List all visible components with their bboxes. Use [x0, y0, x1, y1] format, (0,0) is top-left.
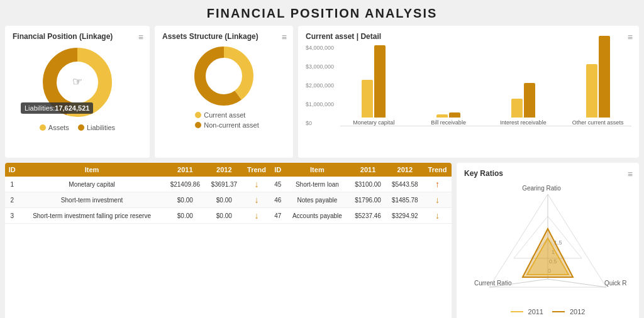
non-current-label: Non-current asset	[204, 121, 258, 129]
trend-down-icon: ↓	[435, 195, 440, 205]
page-title: FINANCIAL POSITION ANALYSIS	[0, 0, 644, 26]
col-2011-1: 2011	[165, 163, 206, 177]
assets-label: Assets	[48, 124, 69, 131]
top-row: Financial Position (Linkage) ≡ ☞ Liabili…	[0, 26, 644, 158]
bar-bill-2011	[436, 114, 448, 118]
legend-2012-line	[552, 311, 565, 312]
financial-table: ID Item 2011 2012 Trend ID Item 2011 201…	[5, 163, 452, 224]
donut-tooltip: Liabilities:17,624,521	[21, 102, 93, 114]
bar-group-interest: Interest receivable	[490, 83, 557, 126]
assets-donut-chart	[192, 45, 255, 107]
legend-current-asset: Current asset	[195, 111, 245, 119]
radar-chart: Gearing Ratio 1.5 1 0.5 0 Quick Ratio Cu…	[469, 182, 626, 304]
col-2012-2: 2012	[386, 163, 423, 177]
financial-position-title: Financial Position (Linkage)	[13, 32, 142, 41]
bar-monetary-2011	[362, 80, 373, 118]
col-id2: ID	[270, 163, 285, 177]
bar-bill-2012	[449, 112, 460, 118]
table-row: 2 Short-term investment $0.00 $0.00 ↓ 46…	[5, 192, 452, 208]
col-item2: Item	[285, 163, 350, 177]
assets-structure-legend: Current asset Non-current asset	[195, 111, 258, 129]
bar-chart-inner: Monetary capital Bill receivable	[306, 45, 631, 126]
bar-other-2012	[599, 36, 610, 118]
legend-2012: 2012	[552, 308, 585, 315]
col-item1: Item	[19, 163, 164, 177]
svg-text:Gearing Ratio: Gearing Ratio	[522, 185, 561, 192]
trend-down-icon: ↓	[255, 179, 259, 189]
bar-chart: $4,000,000 $3,000,000 $2,000,000 $1,000,…	[306, 45, 631, 139]
table-header-row: ID Item 2011 2012 Trend ID Item 2011 201…	[5, 163, 452, 177]
y-axis: $4,000,000 $3,000,000 $2,000,000 $1,000,…	[306, 45, 334, 126]
financial-position-card: Financial Position (Linkage) ≡ ☞ Liabili…	[5, 26, 150, 158]
trend-up-icon: ↑	[435, 179, 440, 189]
bar-group-monetary: Monetary capital	[340, 45, 408, 126]
legend-2011-label: 2011	[528, 308, 543, 315]
non-current-dot	[195, 122, 201, 128]
trend-down-icon: ↓	[435, 211, 440, 221]
data-table-card: ID Item 2011 2012 Trend ID Item 2011 201…	[5, 163, 452, 318]
legend-liabilities: Liabilities	[78, 124, 115, 131]
col-2011-2: 2011	[350, 163, 387, 177]
donut-container: ☞ Liabilities:17,624,521 Assets Liabilit…	[13, 45, 142, 131]
svg-text:☞: ☞	[72, 75, 82, 88]
svg-text:Quick Ratio: Quick Ratio	[604, 280, 626, 287]
bar-interest-2012	[524, 83, 535, 118]
col-trend1: Trend	[243, 163, 271, 177]
current-asset-card: Current asset | Detail ≡ $4,000,000 $3,0…	[298, 26, 639, 158]
financial-legend: Assets Liabilities	[40, 124, 115, 131]
legend-non-current: Non-current asset	[195, 121, 258, 129]
financial-position-menu[interactable]: ≡	[138, 32, 143, 42]
svg-line-18	[548, 279, 606, 287]
assets-donut-container: Current asset Non-current asset	[162, 45, 286, 129]
radar-legend: 2011 2012	[511, 308, 586, 315]
assets-structure-title: Assets Structure (Linkage)	[162, 32, 286, 41]
table-row: 3 Short-term investment falling price re…	[5, 208, 452, 224]
key-ratios-menu[interactable]: ≡	[628, 169, 633, 179]
svg-marker-21	[523, 229, 573, 277]
col-id1: ID	[5, 163, 19, 177]
legend-assets: Assets	[40, 124, 69, 131]
x-axis-line	[340, 126, 631, 126]
bar-monetary-2012	[374, 45, 386, 118]
key-ratios-card: Key Ratios ≡ Gearing Ratio 1.5 1 0.5 0 Q…	[457, 163, 639, 318]
bar-group-other: Other current assets	[564, 36, 631, 126]
svg-point-6	[208, 60, 240, 92]
legend-2011: 2011	[511, 308, 543, 315]
col-trend2: Trend	[423, 163, 452, 177]
assets-structure-card: Assets Structure (Linkage) ≡ Current ass…	[155, 26, 293, 158]
bar-interest-2011	[511, 99, 523, 118]
liabilities-dot	[78, 124, 84, 131]
bar-other-2011	[586, 64, 597, 118]
liabilities-label: Liabilities	[87, 124, 115, 131]
radar-container: Gearing Ratio 1.5 1 0.5 0 Quick Ratio Cu…	[464, 182, 631, 315]
key-ratios-title: Key Ratios	[464, 169, 631, 178]
legend-2011-line	[511, 311, 523, 312]
bottom-row: ID Item 2011 2012 Trend ID Item 2011 201…	[0, 158, 644, 318]
bar-group-bill: Bill receivable	[415, 112, 482, 126]
table-row: 1 Monetary capital $21409.86 $3691.37 ↓ …	[5, 177, 452, 192]
trend-down-icon: ↓	[255, 211, 259, 221]
col-2012-1: 2012	[206, 163, 243, 177]
assets-dot	[40, 124, 46, 131]
current-asset-dot	[195, 112, 201, 118]
current-asset-label: Current asset	[204, 111, 245, 119]
trend-down-icon: ↓	[255, 195, 259, 205]
assets-structure-menu[interactable]: ≡	[282, 32, 287, 42]
legend-2012-label: 2012	[570, 308, 585, 315]
donut-chart: ☞ Liabilities:17,624,521	[40, 45, 115, 120]
